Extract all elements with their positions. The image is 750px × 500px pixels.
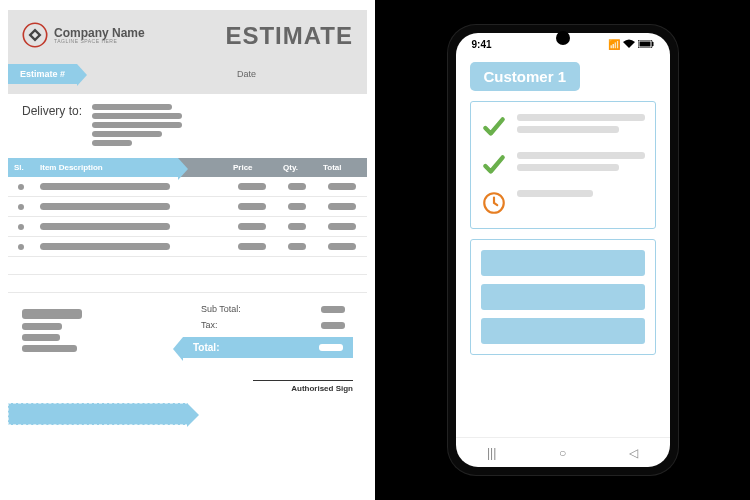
delivery-label: Delivery to: — [22, 104, 82, 146]
action-button[interactable] — [481, 284, 645, 310]
table-row — [8, 275, 367, 293]
clock-icon — [481, 190, 507, 216]
battery-icon — [638, 39, 654, 50]
col-sl: Sl. — [8, 158, 34, 177]
meta-row: Estimate # Date — [8, 58, 367, 94]
total-ribbon: Total: — [183, 337, 353, 358]
document-header: Company Name TAGLINE SPACE HERE ESTIMATE — [8, 10, 367, 58]
status-time: 9:41 — [472, 39, 492, 50]
phone-screen: 9:41 📶 Customer 1 — [456, 33, 670, 467]
list-item[interactable] — [481, 190, 645, 216]
table-row — [8, 177, 367, 197]
delivery-section: Delivery to: — [8, 94, 367, 154]
table-row — [8, 237, 367, 257]
signal-icon: 📶 — [608, 39, 620, 50]
svg-rect-3 — [652, 42, 654, 46]
home-icon[interactable]: ○ — [559, 446, 566, 460]
company-logo-icon — [22, 22, 48, 48]
svg-rect-2 — [639, 42, 650, 47]
action-button[interactable] — [481, 250, 645, 276]
tax-label: Tax: — [201, 320, 218, 330]
list-item[interactable] — [481, 114, 645, 140]
company-brand: Company Name TAGLINE SPACE HERE — [22, 22, 145, 48]
back-icon[interactable]: ◁ — [629, 446, 638, 460]
estimate-number-label: Estimate # — [8, 64, 77, 84]
table-header: Sl. Item Description Price Qty. Total — [8, 158, 367, 177]
signature-label: Authorised Sign — [22, 384, 353, 393]
phone-frame: 9:41 📶 Customer 1 — [448, 25, 678, 475]
checkmark-icon — [481, 114, 507, 140]
signature-section: Authorised Sign — [8, 362, 367, 397]
table-row — [8, 257, 367, 275]
totals-section: Sub Total: Tax: Total: — [8, 293, 367, 362]
footer-ribbon — [8, 403, 188, 425]
col-total: Total — [317, 158, 367, 177]
android-nav-bar: ||| ○ ◁ — [456, 437, 670, 467]
phone-notch — [556, 31, 570, 45]
delivery-address-placeholder — [92, 104, 182, 146]
table-body — [8, 177, 367, 293]
phone-panel: 9:41 📶 Customer 1 — [375, 0, 750, 500]
recent-apps-icon[interactable]: ||| — [487, 446, 496, 460]
checkmark-icon — [481, 152, 507, 178]
date-label: Date — [237, 69, 256, 79]
col-price: Price — [227, 158, 277, 177]
table-row — [8, 197, 367, 217]
col-qty: Qty. — [277, 158, 317, 177]
estimate-document: Company Name TAGLINE SPACE HERE ESTIMATE… — [0, 0, 375, 500]
action-button[interactable] — [481, 318, 645, 344]
document-title: ESTIMATE — [225, 22, 353, 50]
company-name: Company Name — [54, 27, 145, 39]
wifi-icon — [623, 39, 635, 50]
col-description: Item Description — [34, 158, 178, 177]
app-content: Customer 1 — [456, 52, 670, 437]
list-item[interactable] — [481, 152, 645, 178]
table-row — [8, 217, 367, 237]
tasks-card — [470, 101, 656, 229]
subtotal-label: Sub Total: — [201, 304, 241, 314]
customer-badge[interactable]: Customer 1 — [470, 62, 581, 91]
actions-card — [470, 239, 656, 355]
